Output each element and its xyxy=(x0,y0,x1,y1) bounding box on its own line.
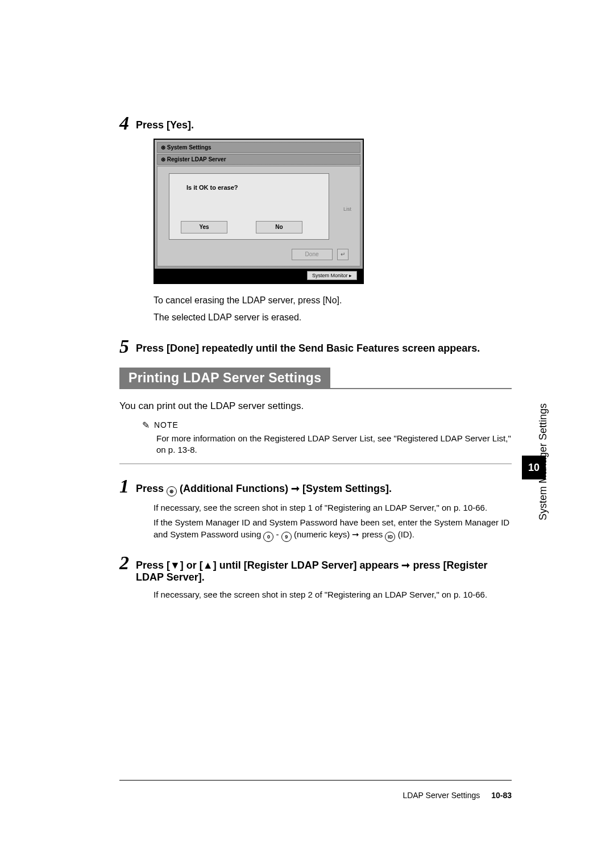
step-title: Press [Yes]. xyxy=(136,114,194,131)
footer-section: LDAP Server Settings xyxy=(403,791,480,800)
step-5: 5 Press [Done] repeatedly until the Send… xyxy=(119,337,512,356)
confirm-dialog: Is it OK to erase? Yes No xyxy=(169,173,329,240)
screen-title-system-settings: ⊛ System Settings xyxy=(157,142,360,153)
step-title: Press [▼] or [▲] until [Register LDAP Se… xyxy=(136,553,512,583)
list-label: List xyxy=(343,206,351,212)
text: (Additional Functions) ➞ [System Setting… xyxy=(177,483,392,494)
system-monitor-button[interactable]: System Monitor ▸ xyxy=(307,271,357,280)
note-icon: ✎ xyxy=(142,420,150,431)
numeric-key-0-icon: 0 xyxy=(263,532,273,542)
return-icon[interactable]: ↵ xyxy=(337,249,349,260)
step-2: 2 Press [▼] or [▲] until [Register LDAP … xyxy=(119,553,512,583)
id-key-icon: ID xyxy=(385,532,395,542)
step-number: 5 xyxy=(119,337,129,356)
step4-body-2: The selected LDAP server is erased. xyxy=(154,311,512,324)
section-intro: You can print out the LDAP server settin… xyxy=(119,399,512,413)
text: - xyxy=(273,529,281,539)
step-number: 4 xyxy=(119,114,129,133)
dialog-prompt: Is it OK to erase? xyxy=(169,174,329,191)
text: (ID). xyxy=(395,529,414,539)
step1-body-1: If necessary, see the screen shot in ste… xyxy=(154,502,512,514)
step4-body-1: To cancel erasing the LDAP server, press… xyxy=(154,294,512,307)
footer-page-number: 10-83 xyxy=(491,791,512,800)
section-rule xyxy=(330,388,512,389)
page-footer: LDAP Server Settings 10-83 xyxy=(119,780,512,800)
step2-body-1: If necessary, see the screen shot in ste… xyxy=(154,589,512,600)
step-title: Press [Done] repeatedly until the Send B… xyxy=(136,337,480,354)
section-header: Printing LDAP Server Settings xyxy=(119,368,512,389)
section-title: Printing LDAP Server Settings xyxy=(119,368,330,389)
step-title: Press ⊛ (Additional Functions) ➞ [System… xyxy=(136,477,392,496)
text: Press xyxy=(136,483,167,494)
note-text: For more information on the Registered L… xyxy=(156,433,512,456)
text: (numeric keys) ➞ press xyxy=(292,529,385,539)
step-4: 4 Press [Yes]. xyxy=(119,114,512,133)
yes-button[interactable]: Yes xyxy=(181,221,227,233)
step-1: 1 Press ⊛ (Additional Functions) ➞ [Syst… xyxy=(119,477,512,496)
divider xyxy=(119,464,512,464)
no-button[interactable]: No xyxy=(256,221,302,233)
note-label: NOTE xyxy=(154,420,179,429)
embedded-screenshot: ⊛ System Settings ⊛ Register LDAP Server… xyxy=(154,139,364,284)
numeric-key-9-icon: 9 xyxy=(281,532,292,542)
dialog-area: Is it OK to erase? Yes No List Done ↵ xyxy=(157,166,360,266)
step-number: 2 xyxy=(119,553,129,573)
sidebar-chapter-number: 10 xyxy=(522,456,546,479)
step1-body-2: If the System Manager ID and System Pass… xyxy=(154,517,512,541)
step-number: 1 xyxy=(119,477,129,496)
done-button[interactable]: Done xyxy=(292,249,333,260)
screen-title-register-ldap: ⊛ Register LDAP Server xyxy=(157,154,360,165)
note-header: ✎ NOTE xyxy=(142,420,512,431)
additional-functions-icon: ⊛ xyxy=(167,486,177,496)
